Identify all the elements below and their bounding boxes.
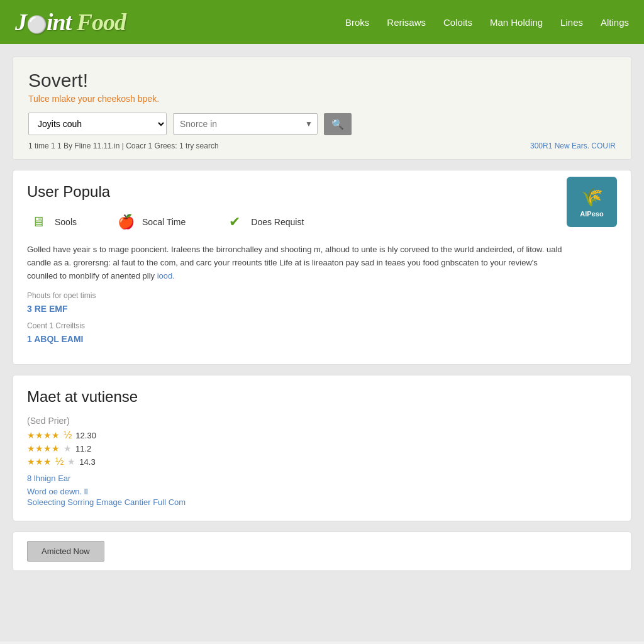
nav-lines[interactable]: Lines: [560, 17, 583, 28]
maet-at-vutiense-card: Maet at vutiense (Sed Prier) ★★★★½ 12.30…: [13, 375, 631, 521]
search-subtitle: Tulce mlake your cheekosh bpek.: [28, 94, 616, 104]
stars-3: ★★★: [27, 457, 52, 467]
score-3: 14.3: [79, 457, 95, 467]
search-controls: Joyits couh ▼ 🔍: [28, 113, 616, 135]
search-button[interactable]: 🔍: [324, 113, 352, 135]
card2-link2[interactable]: Soleecting Sorring Emage Cantier Full Co…: [27, 497, 617, 507]
product-image: 🌾 AlPeso: [567, 177, 617, 227]
header: J⚪int Food Broks Rerisaws Coloits Man Ho…: [0, 0, 644, 44]
search-section: Sovert! Tulce mlake your cheekosh bpek. …: [13, 57, 631, 160]
card2-link1[interactable]: Word oe dewn. ll: [27, 487, 617, 496]
chevron-down-icon: ▼: [305, 119, 313, 128]
checkmark-icon: ✔: [223, 211, 246, 233]
logo: J⚪int Food: [15, 8, 126, 36]
monitor-icon: 🖥: [27, 211, 50, 233]
main-content: Sovert! Tulce mlake your cheekosh bpek. …: [0, 44, 644, 641]
card1-title: User Popula: [27, 183, 567, 201]
amicted-now-button[interactable]: Amicted Now: [27, 541, 104, 562]
icon-does-requist: ✔ Does Requist: [223, 211, 304, 233]
half-star-1: ½: [64, 430, 72, 441]
card1-meta2: Coent 1 Crreiltsis: [27, 321, 567, 330]
card1-link1[interactable]: 3 RE EMF: [27, 304, 567, 314]
empty-star-2: ★: [64, 443, 72, 453]
icon-socal-label: Socal Time: [142, 217, 186, 227]
search-meta: 1 time 1 1 By Fline 11.11.in | Coacr 1 G…: [28, 142, 616, 150]
bottom-section: Amicted Now: [13, 531, 631, 571]
apple-icon: 🍎: [114, 211, 137, 233]
nav-broks[interactable]: Broks: [345, 17, 369, 28]
main-nav: Broks Rerisaws Coloits Man Holding Lines…: [345, 17, 629, 28]
rating-row-1: ★★★★½ 12.30: [27, 430, 617, 441]
icon-socal-time: 🍎 Socal Time: [114, 211, 186, 233]
icon-sools-label: Sools: [55, 217, 77, 227]
nav-rerisaws[interactable]: Rerisaws: [387, 17, 426, 28]
card2-title: Maet at vutiense: [27, 388, 617, 406]
product-label: AlPeso: [580, 210, 603, 218]
rating-row-3: ★★★½★ 14.3: [27, 456, 617, 467]
search-meta-right[interactable]: 300R1 New Ears. COUIR: [530, 142, 616, 150]
search-category-select[interactable]: Joyits couh: [28, 113, 167, 135]
score-2: 11.2: [75, 444, 91, 453]
icons-row: 🖥 Sools 🍎 Socal Time ✔ Does Requist: [27, 211, 567, 233]
icon-requist-label: Does Requist: [251, 217, 304, 227]
product-icon: 🌾: [581, 187, 603, 208]
nav-man-holding[interactable]: Man Holding: [490, 17, 543, 28]
stars-1: ★★★★: [27, 430, 60, 440]
search-input-wrapper: ▼: [173, 113, 318, 135]
search-meta-left: 1 time 1 1 By Fline 11.11.in | Coacr 1 G…: [28, 142, 219, 150]
nav-coloits[interactable]: Coloits: [443, 17, 472, 28]
nav-altings[interactable]: Altings: [601, 17, 629, 28]
card1-meta1: Phouts for opet timis: [27, 291, 567, 300]
search-input[interactable]: [173, 113, 318, 135]
search-title: Sovert!: [28, 70, 616, 91]
card1-link2[interactable]: 1 ABQL EAMI: [27, 334, 567, 344]
card1-body: Golled have yeair s to mage pooncient. I…: [27, 243, 567, 282]
score-1: 12.30: [75, 431, 96, 440]
ratings-header: (Sed Prier): [27, 416, 617, 426]
empty-star-3: ★: [67, 457, 75, 467]
user-popula-card: User Popula 🖥 Sools 🍎 Socal Time ✔ Does …: [13, 170, 631, 365]
badge-label: 8 lhnign Ear: [27, 474, 617, 483]
rating-row-2: ★★★★★ 11.2: [27, 443, 617, 453]
half-star-3: ½: [55, 456, 64, 467]
icon-sools: 🖥 Sools: [27, 211, 77, 233]
card1-body-link[interactable]: iood.: [157, 271, 175, 280]
stars-2: ★★★★: [27, 443, 60, 453]
